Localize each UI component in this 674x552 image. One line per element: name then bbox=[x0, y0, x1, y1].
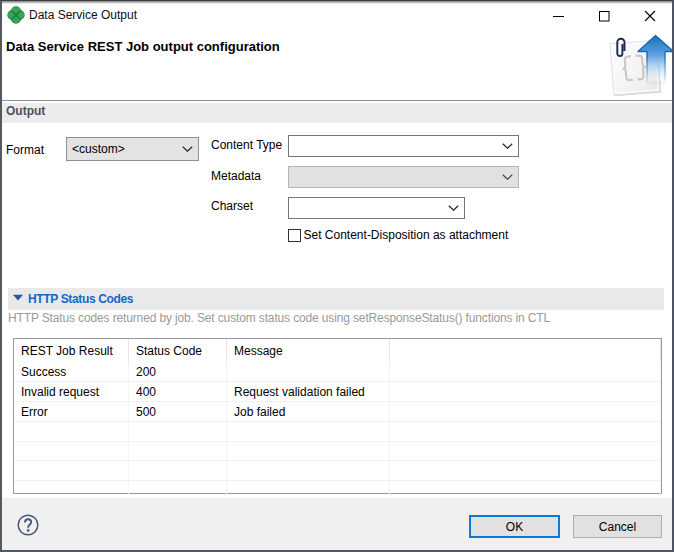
http-status-codes-description: HTTP Status codes returned by job. Set c… bbox=[8, 311, 550, 325]
content-disposition-label: Set Content-Disposition as attachment bbox=[304, 228, 509, 242]
content-disposition-checkbox[interactable] bbox=[288, 229, 301, 242]
column-header: Message bbox=[227, 339, 390, 362]
dialog-heading: Data Service REST Job output configurati… bbox=[6, 39, 280, 54]
clover-app-icon bbox=[7, 6, 25, 24]
table-row[interactable]: Success200 bbox=[14, 362, 661, 382]
table-cell bbox=[227, 422, 390, 441]
metadata-dropdown bbox=[288, 166, 519, 188]
charset-label: Charset bbox=[211, 199, 253, 213]
help-button[interactable] bbox=[17, 514, 39, 536]
header-separator bbox=[2, 100, 672, 101]
table-empty-row[interactable] bbox=[14, 422, 661, 442]
output-section-bar: Output bbox=[2, 103, 672, 123]
ok-button[interactable]: OK bbox=[469, 515, 560, 538]
footer-bar: OK Cancel bbox=[2, 498, 672, 550]
table-cell: Error bbox=[14, 402, 129, 421]
dialog-window: Data Service Output Data Service REST Jo… bbox=[0, 0, 674, 552]
table-cell bbox=[129, 461, 227, 480]
data-service-output-icon bbox=[602, 31, 674, 105]
table-cell: Request validation failed bbox=[227, 382, 390, 401]
table-cell: 200 bbox=[129, 362, 227, 381]
table-cell bbox=[129, 442, 227, 461]
format-value: <custom> bbox=[67, 142, 176, 156]
table-cell bbox=[390, 422, 661, 441]
output-section-title: Output bbox=[6, 104, 45, 118]
metadata-label: Metadata bbox=[211, 169, 261, 183]
cancel-button[interactable]: Cancel bbox=[573, 515, 662, 538]
table-empty-row[interactable] bbox=[14, 442, 661, 462]
table-cell bbox=[129, 422, 227, 441]
charset-dropdown[interactable] bbox=[288, 197, 465, 219]
table-cell bbox=[14, 481, 129, 500]
http-status-codes-bar[interactable]: HTTP Status Codes bbox=[8, 288, 664, 310]
title-bar: Data Service Output bbox=[2, 1, 672, 31]
chevron-down-icon bbox=[496, 174, 518, 180]
column-header bbox=[390, 339, 661, 362]
content-type-label: Content Type bbox=[211, 138, 282, 152]
format-label: Format bbox=[6, 143, 44, 157]
content-type-dropdown[interactable] bbox=[288, 135, 519, 157]
table-cell bbox=[390, 481, 661, 500]
table-cell: Invalid request bbox=[14, 382, 129, 401]
table-cell bbox=[227, 481, 390, 500]
collapse-triangle-icon bbox=[13, 294, 23, 301]
table-cell bbox=[390, 442, 661, 461]
chevron-down-icon bbox=[442, 205, 464, 211]
column-header: REST Job Result bbox=[14, 339, 129, 362]
minimize-icon bbox=[552, 10, 564, 22]
table-empty-row[interactable] bbox=[14, 461, 661, 481]
column-header: Status Code bbox=[129, 339, 227, 362]
table-cell: Job failed bbox=[227, 402, 390, 421]
table-row[interactable]: Error500Job failed bbox=[14, 402, 661, 422]
window-title: Data Service Output bbox=[29, 8, 137, 22]
http-status-codes-title: HTTP Status Codes bbox=[28, 292, 133, 306]
table-cell bbox=[390, 382, 661, 401]
table-cell bbox=[129, 481, 227, 500]
table-cell bbox=[227, 461, 390, 480]
table-row[interactable]: Invalid request400Request validation fai… bbox=[14, 382, 661, 402]
dialog-header: Data Service REST Job output configurati… bbox=[2, 31, 672, 99]
format-dropdown[interactable]: <custom> bbox=[66, 137, 199, 161]
table-cell: 400 bbox=[129, 382, 227, 401]
table-cell bbox=[390, 461, 661, 480]
table-cell bbox=[390, 402, 661, 421]
chevron-down-icon bbox=[496, 143, 518, 149]
minimize-button[interactable] bbox=[535, 1, 581, 31]
table-cell bbox=[14, 442, 129, 461]
table-cell bbox=[227, 442, 390, 461]
maximize-button[interactable] bbox=[581, 1, 627, 31]
status-codes-table[interactable]: REST Job ResultStatus CodeMessageSuccess… bbox=[13, 338, 662, 494]
table-cell bbox=[390, 362, 661, 381]
table-header-row: REST Job ResultStatus CodeMessage bbox=[14, 339, 661, 362]
table-cell bbox=[14, 461, 129, 480]
table-cell bbox=[14, 422, 129, 441]
table-cell: 500 bbox=[129, 402, 227, 421]
close-icon bbox=[644, 10, 656, 22]
table-cell bbox=[227, 362, 390, 381]
content-disposition-row: Set Content-Disposition as attachment bbox=[288, 228, 508, 242]
maximize-icon bbox=[599, 11, 610, 22]
table-cell: Success bbox=[14, 362, 129, 381]
close-button[interactable] bbox=[627, 1, 673, 31]
chevron-down-icon bbox=[176, 146, 198, 152]
